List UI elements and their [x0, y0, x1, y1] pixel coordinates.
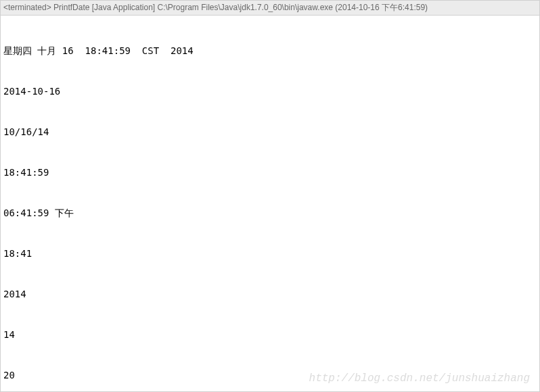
console-line: 06:41:59 下午 [3, 206, 537, 220]
console-line: 2014 [3, 287, 537, 301]
app-type: [Java Application] [92, 3, 155, 12]
console-line: 10/16/14 [3, 125, 537, 139]
console-line: 20 [3, 368, 537, 382]
terminated-status: <terminated> [3, 3, 51, 12]
console-line: 2014-10-16 [3, 84, 537, 98]
run-timestamp: (2014-10-16 下午6:41:59) [335, 3, 428, 12]
console-line: 14 [3, 328, 537, 341]
app-name: PrintfDate [53, 3, 89, 12]
console-header: <terminated> PrintfDate [Java Applicatio… [1, 1, 539, 16]
exe-path: C:\Program Files\Java\jdk1.7.0_60\bin\ja… [158, 3, 333, 12]
console-line: 18:41:59 [3, 166, 537, 179]
console-output-area[interactable]: 星期四 十月 16 18:41:59 CST 2014 2014-10-16 1… [1, 16, 539, 392]
console-line: 18:41 [3, 247, 537, 260]
console-line: 星期四 十月 16 18:41:59 CST 2014 [3, 44, 537, 57]
